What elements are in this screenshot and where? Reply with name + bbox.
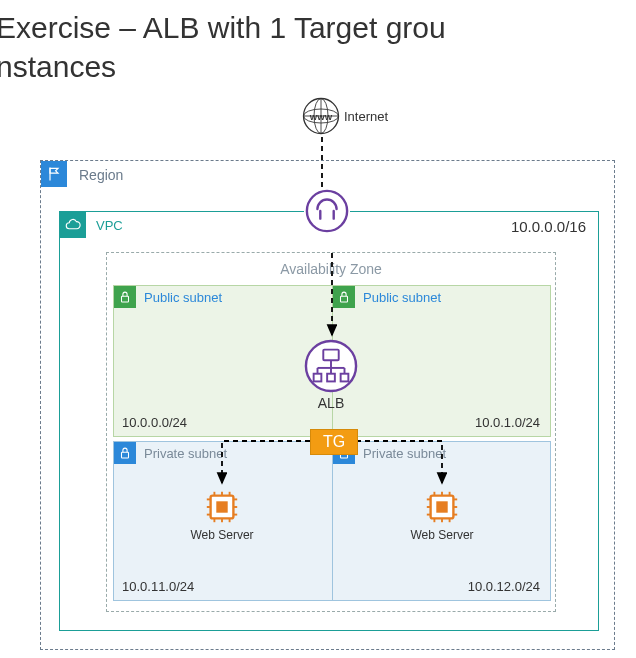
target-group-label: TG xyxy=(323,433,345,451)
svg-rect-8 xyxy=(122,296,129,302)
internet-label: Internet xyxy=(344,109,388,124)
flag-icon xyxy=(41,161,67,187)
public-subnet-left: Public subnet 10.0.0.0/24 xyxy=(113,285,332,437)
subnet-label: Public subnet xyxy=(144,290,222,305)
target-group-badge: TG xyxy=(310,429,358,455)
subnet-cidr: 10.0.1.0/24 xyxy=(475,415,540,430)
svg-point-7 xyxy=(307,191,347,231)
architecture-diagram: WWW Internet Region VPC 10.0.0.0/16 xyxy=(40,95,620,655)
title-line-1: Exercise – ALB with 1 Target grou xyxy=(0,11,446,44)
chip-icon xyxy=(423,488,461,526)
svg-rect-9 xyxy=(341,296,348,302)
alb-node: ALB xyxy=(303,339,359,411)
load-balancer-icon xyxy=(304,339,358,393)
subnet-label: Private subnet xyxy=(363,446,446,461)
subnet-cidr: 10.0.12.0/24 xyxy=(468,579,540,594)
chip-icon xyxy=(203,488,241,526)
svg-rect-23 xyxy=(216,501,227,512)
web-server-left: Web Server xyxy=(177,488,267,542)
alb-label: ALB xyxy=(303,395,359,411)
title-line-2: nstances xyxy=(0,50,116,83)
availability-zone-container: Availability Zone Public subnet 10.0.0.0… xyxy=(106,252,556,612)
page-title: Exercise – ALB with 1 Target grou nstanc… xyxy=(0,8,446,86)
svg-rect-37 xyxy=(436,501,447,512)
lock-icon xyxy=(114,286,136,308)
region-container: Region VPC 10.0.0.0/16 Availability Zone xyxy=(40,160,615,650)
web-server-right: Web Server xyxy=(397,488,487,542)
vpc-label: VPC xyxy=(96,218,123,233)
lock-icon xyxy=(333,286,355,308)
cloud-icon xyxy=(60,212,86,238)
server-label: Web Server xyxy=(177,528,267,542)
svg-rect-10 xyxy=(122,452,129,458)
vpc-container: VPC 10.0.0.0/16 Availability Zone xyxy=(59,211,599,631)
public-subnet-right: Public subnet 10.0.1.0/24 xyxy=(332,285,551,437)
vpc-cidr: 10.0.0.0/16 xyxy=(511,218,586,235)
availability-zone-label: Availability Zone xyxy=(107,261,555,277)
region-label: Region xyxy=(79,167,123,183)
server-label: Web Server xyxy=(397,528,487,542)
subnet-label: Public subnet xyxy=(363,290,441,305)
internet-gateway-icon xyxy=(304,188,350,234)
lock-icon xyxy=(114,442,136,464)
subnet-cidr: 10.0.0.0/24 xyxy=(122,415,187,430)
svg-text:WWW: WWW xyxy=(310,113,333,122)
subnet-label: Private subnet xyxy=(144,446,227,461)
internet-node: WWW Internet xyxy=(300,95,420,137)
globe-icon: WWW xyxy=(300,95,342,137)
subnet-cidr: 10.0.11.0/24 xyxy=(122,579,194,594)
